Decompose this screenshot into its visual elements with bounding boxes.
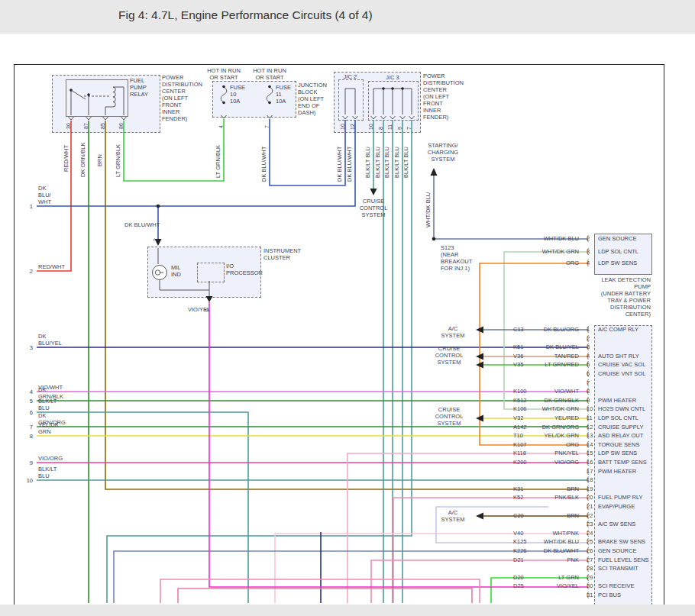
left-wire-number: 2	[21, 268, 33, 275]
connector-arc-icon: (	[587, 334, 589, 342]
pcm-connector-row: K226 DK BLU/WHT 26 ( GEN SOURCE	[489, 547, 651, 555]
wire-color-label: PNK	[567, 556, 579, 564]
connector-arc-icon: (	[587, 247, 589, 255]
connector-arc-icon: (	[587, 440, 589, 448]
left-wire-number: 3	[21, 344, 33, 351]
pcm-connector-row: 31 ( PCI BUS	[489, 592, 651, 599]
wire-color-label: VIO/ORG	[554, 459, 579, 466]
relay-pin-86: 86	[118, 123, 124, 129]
connector-arc-icon: (	[587, 547, 589, 554]
pin-number: 2	[587, 335, 602, 343]
pcm-connector-row: 6 ( CRUISE VNT SOL	[489, 370, 651, 378]
connector-function-label: PCI BUS	[598, 592, 621, 599]
jc3-wire-label-2: BLK/LT BLU	[374, 147, 381, 178]
pcm-connector-row: A142 DK GRN/ORG 12 ( CRUISE SUPPLY	[489, 424, 651, 431]
hot-in-run-label-2: HOT IN RUN OR START	[250, 67, 289, 81]
circuit-code: D25	[513, 582, 524, 590]
connector-function-label: AUTO SHT RLY	[598, 353, 639, 360]
connector-function-label: LDP SW SENS	[598, 450, 637, 457]
relay-pin-30: 30	[66, 123, 72, 129]
connector-function-label: ASD RELAY OUT	[598, 432, 643, 440]
pcm-connector-row: D25 VIO/YEL 30 ( SCI RECEIVE	[489, 582, 651, 590]
connector-arc-icon: (	[587, 369, 589, 377]
s123-label: S123 (NEAR BREAKOUT FOR INJ 1)	[441, 244, 472, 272]
circuit-code: K107	[513, 441, 527, 449]
starting-charging-label: STARTING/ CHARGING SYSTEM	[419, 142, 467, 163]
wire-color-label: WHT/DK BLU	[544, 235, 579, 243]
relay-wire-label-dk-grn-blk: DK GRN/BLK	[79, 143, 86, 177]
pin-number: 19	[587, 485, 602, 493]
connector-arc-icon: (	[587, 493, 589, 501]
pcm-connector-row: K106 WHT/DK GRN 10 ( HO2S DWN CNTL	[489, 405, 651, 413]
circuit-code: K31	[513, 485, 523, 493]
jc2-pin-10: 10	[340, 124, 346, 130]
connector-function-label: HO2S DWN CNTL	[598, 405, 645, 413]
leak-detection-pump-caption: LEAK DETECTION PUMP (UNDER BATTERY TRAY …	[567, 276, 651, 318]
cluster-out-pin: 6	[204, 308, 210, 311]
connector-arc-icon: (	[587, 325, 589, 333]
left-wire-color-label: BLK/LT BLU	[38, 466, 57, 479]
connector-arc-icon: (	[587, 379, 589, 386]
connector-arc-icon: (	[587, 511, 589, 519]
cluster-in-wire-label: DK BLU/WHT	[124, 221, 160, 228]
circuit-code: K226	[513, 547, 527, 555]
pin-number: 29	[587, 574, 602, 582]
cluster-in-pin: 2	[153, 238, 159, 241]
circuit-code: K118	[513, 450, 526, 457]
connector-arc-icon: (	[587, 467, 589, 475]
connector-function-label: SCI RECEIVE	[598, 582, 635, 590]
circuit-code: V36	[513, 353, 523, 360]
pin-number: 7	[587, 379, 602, 387]
connector-arc-icon: (	[587, 234, 589, 242]
jc2-title: J/C 2	[338, 73, 363, 80]
jc3-title: J/C 3	[368, 74, 417, 81]
fuse11-pin: 7	[264, 125, 270, 128]
title-bar: Fig 4: 4.7L, Engine Performance Circuits…	[0, 0, 695, 34]
ldp-connector-row: ORG 4 ( LDP SW SENS	[489, 260, 651, 267]
left-wire-number: 5	[21, 398, 33, 405]
left-wire-color-label: YEL/DK GRN	[38, 421, 59, 435]
jc3-pin-2: 8	[378, 127, 384, 130]
wire-color-label: VIO/WHT	[554, 388, 579, 395]
connector-arc-icon: (	[587, 405, 589, 412]
left-wire-number: 8	[21, 433, 33, 440]
pcm-connector-row: 23 ( A/C SW SENS	[489, 521, 651, 528]
connector-arc-icon: (	[587, 582, 589, 589]
left-wire-color-label: DK BLU/YEL	[38, 333, 62, 347]
ac-system-label-2: A/C SYSTEM	[434, 509, 472, 523]
connector-arc-icon: (	[587, 259, 589, 266]
left-wire-number: 1	[21, 203, 33, 210]
wire-color-label: ORG	[566, 441, 579, 449]
circuit-code: C13	[513, 326, 524, 334]
connector-function-label: CRUISE VAC SOL	[598, 361, 645, 369]
connector-function-label: LDP SW SENS	[598, 260, 637, 267]
connector-function-label: BRAKE SW SENS	[598, 538, 645, 546]
wire-color-label: ORG	[566, 260, 579, 267]
pcm-connector-row: K107 ORG 14 ( TORGUE SENS	[489, 441, 651, 449]
jc2-pin-12: 12	[350, 124, 356, 130]
connector-arc-icon: (	[587, 573, 589, 581]
connector-function-label: CRUISE SUPPLY	[598, 424, 643, 431]
circuit-code: A142	[513, 424, 527, 431]
pin-number: 8	[587, 388, 602, 395]
connector-arc-icon: (	[587, 431, 589, 439]
bottom-strip	[0, 605, 695, 616]
jc3-wire-label-1: BLK/LT BLU	[364, 147, 371, 178]
connector-function-label: TORGUE SENS	[598, 441, 639, 449]
io-processor-label: I/O PROCESSOR	[226, 263, 263, 276]
jc3-pin-5: 7	[406, 127, 412, 130]
relay-pin-87: 87	[83, 123, 89, 129]
connector-arc-icon: (	[587, 591, 589, 598]
jc3-wire-label-5: BLK/LT BLU	[402, 147, 409, 178]
pcm-connector-row: K125 WHT/DK BLU 25 ( BRAKE SW SENS	[489, 538, 651, 546]
connector-arc-icon: (	[587, 556, 589, 563]
hot-in-run-label-1: HOT IN RUN OR START	[204, 67, 244, 81]
connector-arc-icon: (	[587, 520, 589, 527]
junction-block-label: JUNCTION BLOCK (ON LEFT END OF DASH)	[298, 82, 327, 116]
circuit-code: K52	[513, 494, 523, 502]
connector-function-label: PWM HEATER	[598, 397, 636, 405]
wire-color-label: DK BLU/YEL	[546, 343, 579, 351]
pcm-connector-row: D21 PNK 27 ( FUEL LEVEL SENS	[489, 556, 651, 564]
wire-color-label: PNK/YEL	[554, 450, 579, 457]
connector-function-label: A/C SW SENS	[598, 521, 635, 528]
